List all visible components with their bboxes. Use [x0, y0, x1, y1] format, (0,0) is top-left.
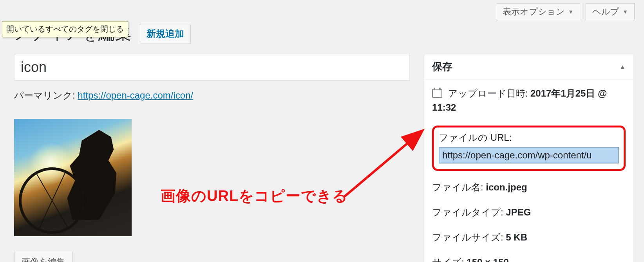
file-name-row: ファイル名: icon.jpeg: [432, 180, 626, 194]
screen-options-label: 表示オプション: [503, 6, 565, 18]
wheel-decoration: [19, 167, 85, 234]
save-postbox: 保存 ▲ アップロード日時: 2017年1月25日 @ 11:32 ファイルの …: [424, 54, 634, 262]
chevron-down-icon: ▼: [622, 9, 628, 15]
permalink-label: パーマリンク:: [14, 90, 75, 100]
screen-meta-bar: 表示オプション ▼ ヘルプ ▼: [0, 0, 644, 20]
uploaded-on-row: アップロード日時: 2017年1月25日 @ 11:32: [432, 86, 626, 115]
help-button[interactable]: ヘルプ ▼: [586, 3, 635, 20]
close-tags-tooltip: 開いているすべてのタグを閉じる: [2, 21, 128, 37]
save-postbox-body: アップロード日時: 2017年1月25日 @ 11:32 ファイルの URL: …: [424, 79, 633, 262]
file-name-value: icon.jpeg: [486, 182, 527, 192]
file-type-row: ファイルタイプ: JPEG: [432, 205, 626, 219]
dimensions-value: 150 × 150: [467, 257, 508, 262]
attachment-image-preview: [14, 119, 132, 236]
screen-options-button[interactable]: 表示オプション ▼: [496, 3, 580, 20]
attachment-title-input[interactable]: [14, 54, 410, 81]
file-type-label: ファイルタイプ:: [432, 207, 503, 217]
calendar-icon: [432, 88, 442, 98]
chevron-down-icon: ▼: [568, 9, 573, 15]
main-column: パーマリンク: https://open-cage.com/icon/ 画像を編…: [14, 54, 410, 262]
file-name-label: ファイル名:: [432, 182, 483, 192]
file-size-value: 5 KB: [506, 232, 527, 242]
save-postbox-header: 保存 ▲: [424, 54, 633, 79]
add-new-button[interactable]: 新規追加: [140, 24, 191, 43]
annotation-text: 画像のURLをコピーできる: [161, 186, 348, 206]
help-label: ヘルプ: [592, 6, 619, 18]
file-size-row: ファイルサイズ: 5 KB: [432, 230, 626, 244]
postbox-toggle-icon[interactable]: ▲: [619, 63, 626, 70]
permalink-row: パーマリンク: https://open-cage.com/icon/: [14, 89, 410, 102]
uploaded-on-label: アップロード日時:: [448, 88, 528, 99]
save-heading: 保存: [432, 60, 452, 74]
sidebar-column: 保存 ▲ アップロード日時: 2017年1月25日 @ 11:32 ファイルの …: [424, 54, 634, 262]
file-url-input[interactable]: [439, 147, 619, 163]
file-type-value: JPEG: [506, 207, 531, 217]
file-url-label: ファイルの URL:: [439, 131, 619, 144]
file-size-label: ファイルサイズ:: [432, 232, 503, 242]
dimensions-label: サイズ:: [432, 257, 464, 262]
edit-image-button[interactable]: 画像を編集: [14, 252, 72, 262]
permalink-link[interactable]: https://open-cage.com/icon/: [78, 90, 193, 100]
dimensions-row: サイズ: 150 × 150: [432, 255, 626, 262]
file-url-highlight: ファイルの URL:: [432, 126, 626, 171]
